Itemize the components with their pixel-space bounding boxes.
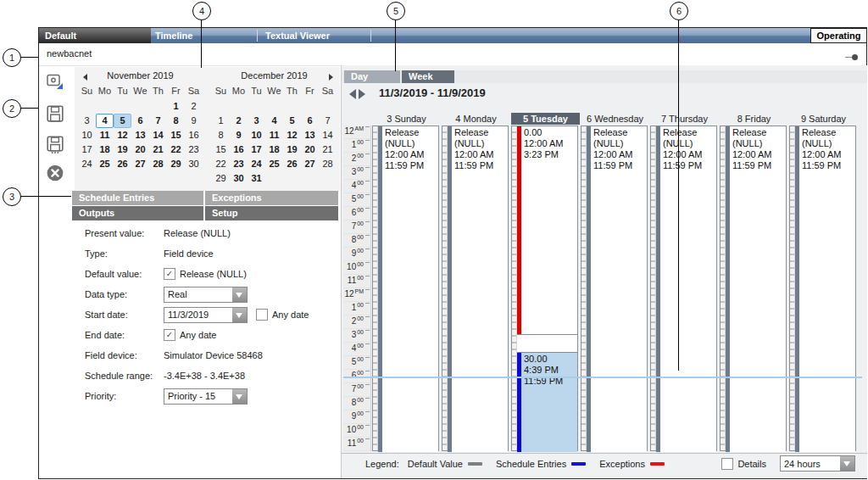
calendar-day-cell[interactable]: 3 bbox=[78, 114, 96, 128]
dropdown[interactable]: Priority - 15 bbox=[164, 388, 248, 405]
week-prev-icon[interactable] bbox=[349, 89, 356, 99]
tab-timeline[interactable]: Timeline bbox=[155, 28, 192, 43]
dropdown[interactable]: Real bbox=[164, 287, 248, 303]
day-column[interactable]: Release(NULL)12:00 AM11:59 PM bbox=[372, 126, 439, 451]
schedule-event[interactable]: Release(NULL)12:00 AM11:59 PM bbox=[448, 126, 508, 452]
calendar-day-cell[interactable]: 1 bbox=[212, 114, 230, 128]
day-header[interactable]: 5 Tuesday bbox=[511, 113, 580, 125]
calendar-day-cell[interactable]: 6 bbox=[131, 114, 149, 128]
schedule-event[interactable]: Release(NULL)12:00 AM11:59 PM bbox=[587, 126, 647, 452]
calendar-day-cell[interactable]: 21 bbox=[319, 142, 337, 157]
tab-day[interactable]: Day bbox=[344, 70, 400, 83]
calendar-day-cell[interactable]: 18 bbox=[96, 142, 114, 157]
calendar-day-cell[interactable]: 4 bbox=[265, 114, 283, 128]
calendar-day-cell[interactable]: 20 bbox=[131, 142, 149, 157]
day-header[interactable]: 6 Wednesday bbox=[581, 113, 649, 125]
day-header[interactable]: 7 Thursday bbox=[650, 113, 719, 125]
calendar-day-cell[interactable]: 10 bbox=[78, 128, 96, 142]
calendar-day-cell[interactable]: 6 bbox=[301, 114, 319, 128]
calendar-day-cell[interactable]: 9 bbox=[185, 114, 203, 128]
calendar-day-cell[interactable]: 24 bbox=[78, 157, 96, 171]
dropdown[interactable]: 11/3/2019 bbox=[164, 307, 248, 323]
day-header[interactable]: 9 Saturday bbox=[789, 113, 858, 125]
calendar-day-cell[interactable]: 15 bbox=[167, 128, 185, 142]
calendar-day-cell[interactable]: 1 bbox=[167, 99, 185, 114]
calendar-day-cell[interactable]: 12 bbox=[283, 128, 301, 142]
day-column[interactable]: Release(NULL)12:00 AM11:59 PM bbox=[720, 126, 787, 451]
calendar-day-cell[interactable]: 7 bbox=[149, 114, 167, 128]
details-checkbox[interactable] bbox=[721, 458, 733, 470]
save-as-button[interactable] bbox=[46, 135, 64, 153]
tab-default[interactable]: Default bbox=[39, 28, 151, 43]
checkbox[interactable]: ✓ bbox=[164, 329, 175, 341]
tab-exceptions[interactable]: Exceptions bbox=[205, 191, 338, 205]
checkbox[interactable]: ✓ bbox=[164, 268, 175, 280]
calendar-day-cell[interactable]: 2 bbox=[185, 99, 203, 114]
tab-operating[interactable]: Operating bbox=[810, 28, 866, 43]
calendar-day-cell[interactable]: 17 bbox=[78, 142, 96, 157]
calendar-day-cell[interactable]: 8 bbox=[167, 114, 185, 128]
calendar-day-cell[interactable]: 21 bbox=[149, 142, 167, 157]
calendar-day-cell[interactable]: 16 bbox=[185, 128, 203, 142]
calendar-day-cell[interactable]: 13 bbox=[131, 128, 149, 142]
calendar-day-cell[interactable]: 4 bbox=[96, 114, 114, 128]
calendar-day-cell[interactable]: 10 bbox=[248, 128, 265, 142]
calendar-day-cell[interactable]: 5 bbox=[114, 114, 131, 128]
day-column[interactable]: 0.0012:00 AM3:23 PM30.004:39 PM11:59 PM bbox=[511, 126, 578, 451]
calendar-day-cell[interactable]: 16 bbox=[230, 142, 248, 157]
calendar-day-cell[interactable]: 19 bbox=[283, 142, 301, 157]
tab-outputs[interactable]: Outputs bbox=[72, 206, 203, 220]
calendar-day-cell[interactable]: 20 bbox=[301, 142, 319, 157]
calendar-day-cell[interactable]: 14 bbox=[149, 128, 167, 142]
day-column[interactable]: Release(NULL)12:00 AM11:59 PM bbox=[581, 126, 648, 451]
calendar-day-cell[interactable]: 27 bbox=[131, 157, 149, 171]
day-column[interactable]: Release(NULL)12:00 AM11:59 PM bbox=[650, 126, 717, 451]
calendar-day-cell[interactable]: 29 bbox=[212, 171, 230, 186]
calendar-day-cell[interactable]: 22 bbox=[212, 157, 230, 171]
calendar-day-cell[interactable]: 28 bbox=[149, 157, 167, 171]
calendar-day-cell[interactable]: 29 bbox=[167, 157, 185, 171]
calendar-day-cell[interactable]: 2 bbox=[230, 114, 248, 128]
calendar-day-cell[interactable]: 17 bbox=[248, 142, 265, 157]
tab-setup[interactable]: Setup bbox=[205, 206, 338, 220]
calendar-day-cell[interactable]: 12 bbox=[114, 128, 131, 142]
calendar-day-cell[interactable]: 15 bbox=[212, 142, 230, 157]
calendar-day-cell[interactable]: 27 bbox=[301, 157, 319, 171]
calendar-day-cell[interactable]: 9 bbox=[230, 128, 248, 142]
calendar-day-cell[interactable]: 13 bbox=[301, 128, 319, 142]
checkbox[interactable] bbox=[256, 309, 268, 321]
day-header[interactable]: 4 Monday bbox=[442, 113, 510, 125]
calendar-day-cell[interactable]: 23 bbox=[230, 157, 248, 171]
calendar-day-cell[interactable]: 11 bbox=[96, 128, 114, 142]
day-header[interactable]: 3 Sunday bbox=[372, 113, 441, 125]
calendar-day-cell[interactable]: 30 bbox=[230, 171, 248, 186]
schedule-event[interactable]: Release(NULL)12:00 AM11:59 PM bbox=[795, 126, 855, 452]
calendar-day-cell[interactable]: 11 bbox=[265, 128, 283, 142]
calendar-day-cell[interactable]: 22 bbox=[167, 142, 185, 157]
calendar-day-cell[interactable]: 19 bbox=[114, 142, 131, 157]
tab-schedule-entries[interactable]: Schedule Entries bbox=[72, 191, 203, 205]
schedule-event[interactable]: 30.004:39 PM11:59 PM bbox=[517, 352, 577, 452]
calendar-day-cell[interactable]: 7 bbox=[319, 114, 337, 128]
calendar-day-cell[interactable]: 25 bbox=[96, 157, 114, 171]
save-button[interactable] bbox=[46, 104, 64, 123]
interval-dropdown[interactable]: 24 hours bbox=[780, 455, 855, 472]
day-column[interactable]: Release(NULL)12:00 AM11:59 PM bbox=[442, 126, 509, 451]
calendar-day-cell[interactable]: 14 bbox=[319, 128, 337, 142]
splitter-handle-icon[interactable] bbox=[852, 54, 858, 60]
calendar-day-cell[interactable]: 26 bbox=[114, 157, 131, 171]
schedule-event[interactable]: Release(NULL)12:00 AM11:59 PM bbox=[726, 126, 786, 452]
week-next-icon[interactable] bbox=[359, 89, 365, 99]
calendar-day-cell[interactable]: 8 bbox=[212, 128, 230, 142]
calendar-day-cell[interactable]: 18 bbox=[265, 142, 283, 157]
calendar-day-cell[interactable]: 24 bbox=[248, 157, 265, 171]
release-button[interactable] bbox=[46, 72, 64, 91]
calendar-day-cell[interactable]: 25 bbox=[265, 157, 283, 171]
schedule-event[interactable]: 0.0012:00 AM3:23 PM bbox=[517, 126, 577, 335]
calendar-day-cell[interactable]: 23 bbox=[185, 142, 203, 157]
calendar-day-cell[interactable]: 5 bbox=[283, 114, 301, 128]
calendar-day-cell[interactable]: 30 bbox=[185, 157, 203, 171]
tab-week[interactable]: Week bbox=[402, 70, 454, 83]
day-column[interactable]: Release(NULL)12:00 AM11:59 PM bbox=[789, 126, 856, 451]
calendar-day-cell[interactable]: 31 bbox=[248, 171, 265, 186]
